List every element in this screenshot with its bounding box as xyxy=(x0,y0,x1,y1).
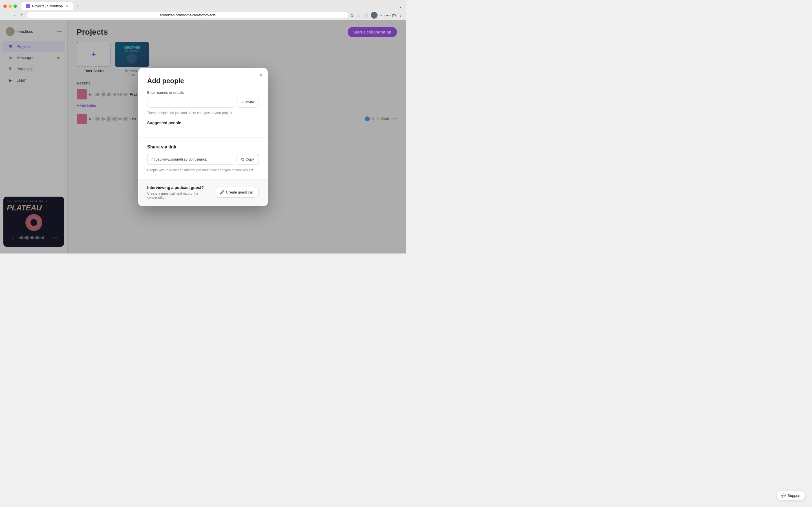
link-note: People with this link can directly join … xyxy=(147,168,259,173)
share-section: Share via link ⧉ Copy People with this l… xyxy=(138,138,268,179)
incognito-badge: 👤 Incognito (2) xyxy=(371,12,396,18)
min-traffic-light[interactable] xyxy=(8,4,12,8)
max-traffic-light[interactable] xyxy=(13,4,17,8)
invite-button[interactable]: ✓ Invite xyxy=(237,97,259,108)
tab-title: Projects | Soundtrap xyxy=(32,4,63,8)
copy-btn-label: Copy xyxy=(246,157,254,161)
create-guest-call-button[interactable]: 🎤 Create guest call xyxy=(214,187,259,198)
app-container: efec5ccc ••• ⊞ Projects ✉ Messages 🎙 Pod… xyxy=(0,20,406,253)
guest-section: Interviewing a podcast guest? Create a g… xyxy=(138,179,268,206)
browser-tab[interactable]: Projects | Soundtrap × xyxy=(21,2,73,10)
guest-title: Interviewing a podcast guest? xyxy=(147,185,211,190)
add-people-modal: × Add people Enter names or emails ✓ Inv… xyxy=(138,68,268,206)
suggested-people-label: Suggested people xyxy=(147,121,259,125)
field-label: Enter names or emails xyxy=(147,91,259,95)
link-row: ⧉ Copy xyxy=(147,154,259,165)
incognito-label: Incognito (2) xyxy=(378,13,396,17)
modal-close-btn[interactable]: × xyxy=(259,72,262,77)
collapse-btn[interactable]: ⌄ xyxy=(398,3,403,9)
guest-text: Interviewing a podcast guest? Create a g… xyxy=(147,185,211,200)
permission-note: These people can join and make changes t… xyxy=(147,111,259,115)
tab-close-btn[interactable]: × xyxy=(66,4,68,8)
invite-row: ✓ Invite xyxy=(147,97,259,108)
copy-button[interactable]: ⧉ Copy xyxy=(237,154,259,165)
split-view-icon[interactable]: ⬜ xyxy=(363,13,368,17)
new-tab-btn[interactable]: + xyxy=(74,3,82,9)
tab-favicon xyxy=(26,4,30,8)
traffic-lights xyxy=(3,4,17,8)
check-icon: ✓ xyxy=(241,100,244,104)
camera-off-icon: ⊘ xyxy=(350,13,354,17)
guest-row: Interviewing a podcast guest? Create a g… xyxy=(147,185,259,200)
invite-btn-label: Invite xyxy=(245,100,254,104)
share-title: Share via link xyxy=(147,145,259,150)
mic-icon: 🎤 xyxy=(219,190,224,194)
modal-overlay[interactable]: × Add people Enter names or emails ✓ Inv… xyxy=(0,20,406,253)
browser-chrome: Projects | Soundtrap × + ⌄ ‹ › ↻ ⊘ ☆ ⬜ 👤… xyxy=(0,0,406,20)
back-btn[interactable]: ‹ xyxy=(3,13,9,17)
forward-btn[interactable]: › xyxy=(11,13,17,17)
copy-icon: ⧉ xyxy=(241,157,244,162)
incognito-avatar: 👤 xyxy=(371,12,377,18)
refresh-btn[interactable]: ↻ xyxy=(19,13,25,17)
address-bar[interactable] xyxy=(27,12,348,18)
bookmark-icon[interactable]: ☆ xyxy=(357,13,360,17)
guest-call-btn-label: Create guest call xyxy=(226,190,253,194)
modal-title: Add people xyxy=(147,77,259,85)
guest-desc: Create a guest call and record the conve… xyxy=(147,191,211,200)
browser-more-btn[interactable]: ⋮ xyxy=(399,13,403,17)
names-email-input[interactable] xyxy=(147,97,234,108)
share-link-input[interactable] xyxy=(147,154,234,165)
modal-body: Add people Enter names or emails ✓ Invit… xyxy=(138,68,268,136)
close-traffic-light[interactable] xyxy=(3,4,7,8)
